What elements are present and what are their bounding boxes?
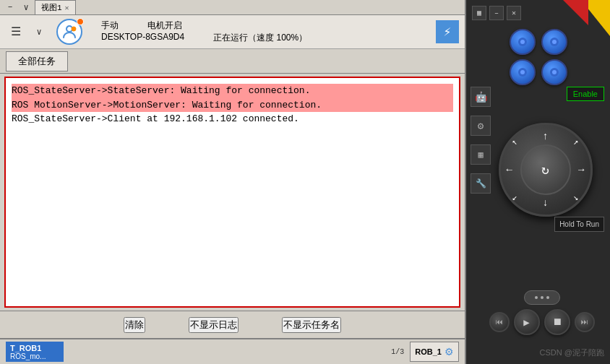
tab-bar: – ∨ 视图1 ✕ bbox=[0, 0, 465, 15]
svg-point-1 bbox=[72, 27, 76, 31]
tab-close-icon[interactable]: ✕ bbox=[65, 4, 69, 12]
joystick-outer[interactable]: ↑ ↓ ← → ↖ ↗ ↙ ↘ ↻ bbox=[499, 123, 593, 217]
robot-arm-icon[interactable]: 🤖 bbox=[471, 87, 491, 107]
console-line-3: ROS_StateServer->Client at 192.168.1.102… bbox=[12, 112, 453, 126]
blue-btn-4[interactable] bbox=[541, 59, 567, 85]
rob-label: ROB_1 bbox=[415, 347, 442, 356]
rob-icon: ⚙ bbox=[444, 346, 454, 358]
tab-label: 视图1 bbox=[41, 2, 62, 13]
task-bar: 全部任务 bbox=[0, 49, 465, 74]
all-tasks-button[interactable]: 全部任务 bbox=[6, 51, 68, 72]
dot-3 bbox=[546, 296, 549, 299]
close-top-icon[interactable]: ✕ bbox=[507, 6, 521, 20]
menu-icons-group: ☰ ∨ bbox=[6, 22, 49, 42]
blue-btn-2[interactable] bbox=[541, 29, 567, 55]
rewind-button[interactable]: ⏮ bbox=[489, 312, 510, 332]
minus-icon[interactable]: – bbox=[489, 6, 504, 20]
rob-status-box[interactable]: ROB_1 ⚙ bbox=[410, 342, 459, 362]
hamburger-menu-icon[interactable]: ☰ bbox=[6, 22, 26, 42]
arrow-ur-icon: ↗ bbox=[573, 136, 578, 147]
watermark: CSDN @泥子陪跑 bbox=[540, 347, 604, 358]
console-output: ROS_StateServer->StateServer: Waiting fo… bbox=[4, 77, 460, 308]
motor-label: 电机开启 bbox=[147, 20, 182, 32]
arrow-ul-icon: ↖ bbox=[512, 136, 517, 147]
dot-1 bbox=[535, 296, 538, 299]
playback-controls: ⏮ ▶ ⏹ ⏭ bbox=[489, 309, 595, 335]
hide-log-button[interactable]: 不显示日志 bbox=[189, 317, 239, 333]
status-section: 手动 电机开启 DESKTOP-8GSA9D4 正在运行（速度 100%） bbox=[101, 20, 430, 44]
motor-status: 正在运行（速度 100%） bbox=[213, 32, 307, 44]
footer-status: T_ROB1 ROS_mo... 1/3 ROB_1 ⚙ bbox=[0, 338, 465, 364]
rotate-icon: ↻ bbox=[541, 162, 549, 178]
device-name: DESKTOP-8GSA9D4 bbox=[101, 32, 184, 44]
hide-task-button[interactable]: 不显示任务名 bbox=[282, 317, 341, 333]
left-panel: – ∨ 视图1 ✕ ☰ ∨ bbox=[0, 0, 466, 364]
grid-icon[interactable]: ▦ bbox=[472, 6, 486, 20]
svg-point-9 bbox=[552, 70, 557, 74]
status-row-1: 手动 电机开启 bbox=[101, 20, 430, 32]
arrow-dr-icon: ↘ bbox=[573, 192, 578, 203]
joystick-area[interactable]: ↑ ↓ ← → ↖ ↗ ↙ ↘ ↻ bbox=[488, 123, 603, 253]
blue-btn-1[interactable] bbox=[510, 29, 536, 55]
top-bar: – ∨ 视图1 ✕ ☰ ∨ bbox=[0, 0, 465, 49]
forward-button[interactable]: ⏭ bbox=[575, 312, 595, 332]
console-line-2: ROS MotionServer->MotionServer: Waiting … bbox=[12, 98, 453, 113]
warning-icon[interactable]: ⚡ bbox=[436, 20, 459, 43]
chevron-down-icon[interactable]: ∨ bbox=[29, 22, 49, 42]
dot-2 bbox=[541, 296, 544, 299]
tab-view1[interactable]: 视图1 ✕ bbox=[35, 0, 76, 14]
bottom-controls: ⏮ ▶ ⏹ ⏭ bbox=[481, 290, 603, 335]
task-name: T_ROB1 bbox=[10, 344, 59, 352]
toolbar-controls: ☰ ∨ 手动 电机开启 DESKT bbox=[0, 15, 465, 48]
task-status-box[interactable]: T_ROB1 ROS_mo... bbox=[6, 342, 64, 362]
blue-buttons-mid bbox=[510, 59, 567, 85]
arrow-right-icon: → bbox=[578, 164, 584, 176]
arrow-up-icon: ↑ bbox=[542, 131, 548, 142]
blue-btn-3[interactable] bbox=[510, 59, 536, 85]
enable-button[interactable]: Enable bbox=[567, 87, 604, 101]
arrow-dl-icon: ↙ bbox=[512, 192, 517, 203]
arrow-left-icon: ← bbox=[507, 164, 512, 176]
console-line-1: ROS_StateServer->StateServer: Waiting fo… bbox=[12, 84, 453, 98]
page-fraction: 1/3 bbox=[391, 348, 404, 356]
user-icon-area[interactable] bbox=[55, 18, 84, 46]
mode-label: 手动 bbox=[101, 20, 119, 32]
footer-right: 1/3 ROB_1 ⚙ bbox=[391, 342, 459, 362]
bottom-bar: 清除 不显示日志 不显示任务名 bbox=[0, 311, 465, 338]
more-options-button[interactable] bbox=[524, 290, 560, 305]
clear-button[interactable]: 清除 bbox=[124, 317, 145, 333]
collapse-icon[interactable]: ∨ bbox=[19, 1, 33, 14]
minimize-icon[interactable]: – bbox=[3, 1, 17, 14]
svg-point-3 bbox=[520, 40, 525, 44]
svg-point-7 bbox=[520, 70, 525, 74]
right-panel: ▦ – ✕ 🤖 ⚙ ▦ 🔧 Enable ↑ ↓ ← → bbox=[466, 0, 610, 364]
arrow-down-icon: ↓ bbox=[542, 197, 548, 209]
stop-button[interactable]: ⏹ bbox=[544, 309, 570, 335]
hold-to-run-button[interactable]: Hold To Run bbox=[554, 217, 604, 232]
status-row-2: DESKTOP-8GSA9D4 正在运行（速度 100%） bbox=[101, 32, 430, 44]
task-sub: ROS_mo... bbox=[10, 352, 59, 360]
notification-dot bbox=[77, 18, 84, 25]
svg-point-5 bbox=[552, 40, 557, 44]
blue-buttons-top bbox=[510, 29, 567, 55]
play-button[interactable]: ▶ bbox=[514, 309, 540, 335]
footer-left: T_ROB1 ROS_mo... bbox=[6, 342, 64, 362]
joystick-knob[interactable]: ↻ bbox=[520, 144, 571, 195]
